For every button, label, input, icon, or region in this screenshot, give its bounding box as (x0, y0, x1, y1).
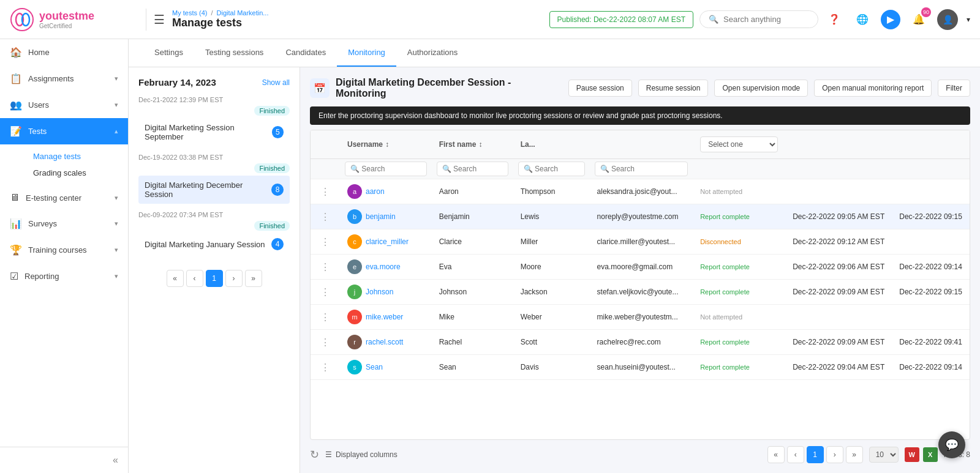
table-pagination-first[interactable]: « (767, 446, 785, 463)
username-link[interactable]: r rachel.scott (347, 335, 424, 349)
search-box[interactable]: 🔍 (699, 10, 818, 28)
row-menu-icon[interactable]: ⋮ (318, 237, 333, 247)
lastname-search-input[interactable] (518, 162, 585, 176)
sidebar-item-tests[interactable]: 📝 Tests ▴ (0, 118, 128, 144)
pagination-current[interactable]: 1 (206, 270, 223, 287)
sidebar-item-home[interactable]: 🏠 Home (0, 39, 128, 65)
help-icon[interactable]: ❓ (824, 10, 844, 29)
hamburger-icon[interactable]: ☰ (154, 12, 165, 27)
row-dots[interactable]: ⋮ (311, 255, 340, 280)
table-pagination-last[interactable]: » (846, 446, 863, 463)
session-row-selected[interactable]: Digital Marketing December Session 8 (138, 176, 290, 204)
pagination-prev[interactable]: ‹ (186, 270, 203, 287)
sidebar-item-surveys[interactable]: 📊 Surveys ▾ (0, 210, 128, 237)
username-link[interactable]: c clarice_miller (347, 234, 424, 249)
col-firstname[interactable]: First name ↕ (432, 130, 513, 159)
session-row[interactable]: Digital Marketing January Session 4 (138, 233, 290, 255)
pause-session-button[interactable]: Pause session (568, 80, 632, 97)
sidebar-item-assignments[interactable]: 📋 Assignments ▾ (0, 65, 128, 92)
globe-icon[interactable]: 🌐 (853, 10, 872, 29)
export-word-button[interactable]: W (905, 447, 919, 462)
table-footer: ↻ ☰ Displayed columns « ‹ 1 › » 10 25 (310, 440, 970, 463)
home-icon: 🏠 (10, 47, 22, 58)
row-menu-icon[interactable]: ⋮ (318, 337, 333, 348)
row-menu-icon[interactable]: ⋮ (318, 212, 333, 222)
tab-authorizations[interactable]: Authorizations (396, 39, 469, 67)
username-link[interactable]: b benjamin (347, 209, 424, 224)
search-input[interactable] (723, 15, 809, 24)
row-username: c clarice_miller (340, 229, 432, 255)
filter-button[interactable]: Filter (938, 80, 970, 97)
table-pagination-current[interactable]: 1 (807, 446, 824, 463)
header-center: Published: Dec-22-2022 08:07 AM EST 🔍 ❓ … (549, 9, 970, 30)
sidebar-item-label: Surveys (28, 219, 108, 228)
sidebar-item-reporting[interactable]: ☑ Reporting ▾ (0, 263, 128, 289)
row-dots[interactable]: ⋮ (311, 204, 340, 229)
sidebar-sub-grading-scales[interactable]: Grading scales (26, 165, 128, 181)
row-status: Disconnected (693, 229, 785, 255)
username-link[interactable]: j Johnson (347, 285, 424, 299)
columns-label: Displayed columns (336, 450, 398, 459)
username-link[interactable]: e eva.moore (347, 259, 424, 274)
row-dots[interactable]: ⋮ (311, 355, 340, 380)
export-excel-button[interactable]: X (923, 447, 938, 462)
username-link[interactable]: m mike.weber (347, 310, 424, 324)
play-icon[interactable]: ▶ (881, 10, 900, 29)
tab-testing-sessions[interactable]: Testing sessions (194, 39, 274, 67)
resume-session-button[interactable]: Resume session (638, 80, 709, 97)
sidebar-sub-manage-tests[interactable]: Manage tests (26, 148, 128, 165)
row-firstname: Aaron (432, 179, 513, 204)
content-inner: February 14, 2023 Show all Dec-21-2022 1… (129, 67, 980, 473)
row-email: rachelrec@rec.com (590, 330, 693, 355)
row-end (892, 229, 970, 255)
username-link[interactable]: s Sean (347, 360, 424, 374)
tab-monitoring[interactable]: Monitoring (337, 39, 396, 67)
sidebar-item-label: Tests (28, 127, 108, 136)
status-select[interactable]: Select one Not attempted Report complete… (700, 136, 778, 152)
row-dots[interactable]: ⋮ (311, 330, 340, 355)
open-supervision-mode-button[interactable]: Open supervision mode (714, 80, 808, 97)
table-pagination-next[interactable]: › (826, 446, 843, 463)
displayed-columns-button[interactable]: ☰ Displayed columns (325, 450, 398, 459)
row-dots[interactable]: ⋮ (311, 280, 340, 305)
open-manual-monitoring-report-button[interactable]: Open manual monitoring report (814, 80, 932, 97)
fab-button[interactable]: 💬 (938, 431, 965, 458)
row-dots[interactable]: ⋮ (311, 179, 340, 204)
sidebar-item-users[interactable]: 👥 Users ▾ (0, 92, 128, 118)
firstname-search-input[interactable] (437, 162, 508, 176)
show-all-link[interactable]: Show all (262, 78, 290, 87)
chevron-down-icon[interactable]: ▾ (967, 15, 970, 24)
users-icon: 👥 (10, 99, 22, 111)
row-menu-icon[interactable]: ⋮ (318, 362, 333, 373)
pagination-first[interactable]: « (167, 270, 184, 287)
pagination-last[interactable]: » (245, 270, 262, 287)
pagination-next[interactable]: › (225, 270, 243, 287)
row-menu-icon[interactable]: ⋮ (318, 187, 333, 197)
session-row[interactable]: Digital Marketing Session September 5 (138, 118, 290, 146)
tab-settings[interactable]: Settings (143, 39, 194, 67)
row-menu-icon[interactable]: ⋮ (318, 287, 333, 297)
row-firstname: Rachel (432, 330, 513, 355)
sidebar-item-e-testing[interactable]: 🖥 E-testing center ▾ (0, 185, 128, 210)
row-menu-icon[interactable]: ⋮ (318, 312, 333, 322)
bell-icon[interactable]: 🔔 90 (909, 10, 929, 29)
breadcrumb-my-tests[interactable]: My tests (4) (172, 9, 207, 17)
col-username[interactable]: Username ↕ (340, 130, 432, 159)
avatar[interactable]: 👤 (937, 9, 958, 30)
row-start: Dec-22-2022 09:09 AM EST (785, 330, 892, 355)
row-dots[interactable]: ⋮ (311, 305, 340, 330)
col-lastname[interactable]: La... (513, 130, 590, 159)
username-link[interactable]: a aaron (347, 184, 424, 199)
breadcrumb-session[interactable]: Digital Marketin... (217, 9, 269, 17)
email-search-input[interactable] (595, 162, 688, 176)
row-dots[interactable]: ⋮ (311, 229, 340, 255)
row-firstname: Johnson (432, 280, 513, 305)
collapse-sidebar-button[interactable]: « (113, 455, 118, 466)
table-pagination-prev[interactable]: ‹ (787, 446, 804, 463)
sidebar-item-training[interactable]: 🏆 Training courses ▾ (0, 237, 128, 263)
row-menu-icon[interactable]: ⋮ (318, 262, 333, 272)
username-search-input[interactable] (345, 162, 427, 176)
refresh-button[interactable]: ↻ (310, 448, 319, 461)
rows-per-page-select[interactable]: 10 25 50 (869, 447, 899, 463)
tab-candidates[interactable]: Candidates (274, 39, 337, 67)
